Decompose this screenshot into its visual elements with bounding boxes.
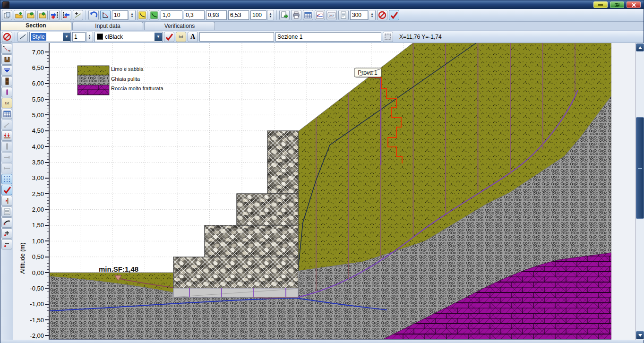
dpi-spin-arrows[interactable]: ▲▼ — [369, 10, 376, 20]
stop-icon[interactable] — [377, 10, 387, 20]
report-list-tool[interactable] — [1, 206, 12, 217]
table-icon[interactable] — [303, 10, 313, 20]
section-canvas[interactable]: Prova 1 min.SF:1,48 Limo e sabbia Ghiaia… — [49, 43, 611, 340]
add-point-tool[interactable] — [1, 228, 12, 239]
y-tick-label: 0,50 — [32, 253, 44, 260]
scale-input[interactable] — [250, 10, 266, 20]
y-tick-label: 5,00 — [32, 111, 44, 119]
annotation-text-input[interactable] — [199, 32, 274, 42]
points-spin-arrows[interactable]: ▲▼ — [129, 10, 136, 20]
tab-section[interactable]: Section — [0, 21, 71, 30]
line-style-icon[interactable] — [17, 32, 28, 42]
legend-swatch-limo — [77, 66, 109, 75]
water-table-tool[interactable] — [1, 65, 12, 76]
stats-chart-icon[interactable] — [315, 10, 325, 20]
dpi-input[interactable] — [350, 10, 368, 20]
application-window: ▲▼ ▲▼ DXF ▲▼ Section Input data Verifica… — [0, 0, 644, 343]
tieback-tool[interactable] — [1, 152, 12, 163]
paste-icon[interactable] — [2, 10, 12, 20]
borehole-tool[interactable] — [1, 87, 12, 97]
grid-snap-tool[interactable] — [1, 174, 12, 184]
export-icon[interactable] — [279, 10, 290, 20]
legend-label-roccia: Roccia molto fratturata — [111, 86, 164, 91]
add-line-icon[interactable] — [73, 10, 83, 20]
reinforcement-tool[interactable] — [1, 163, 12, 173]
width-spin-arrows[interactable]: ▲▼ — [86, 32, 93, 42]
confirm-style-icon[interactable] — [164, 32, 174, 42]
scale-spin-arrows[interactable]: ▲▼ — [267, 10, 274, 20]
y-axis-major-ticks — [45, 51, 49, 336]
width-input[interactable] — [72, 32, 86, 42]
title-bar — [0, 0, 644, 9]
print-icon[interactable] — [291, 10, 301, 20]
y-tick-label: 0,00 — [32, 269, 44, 276]
y-tick-label: 3,50 — [32, 159, 44, 166]
legend-label-limo: Limo e sabbia — [111, 66, 144, 72]
chevron-down-icon[interactable]: ▼ — [63, 33, 70, 41]
test-label-box[interactable]: Prova 1 — [354, 68, 382, 79]
insert-vertex-tool[interactable] — [1, 196, 12, 206]
anchor-tool[interactable] — [1, 120, 12, 130]
minimize-button[interactable] — [593, 1, 608, 8]
status-bar — [0, 340, 644, 343]
y-tick-label: 2,50 — [32, 190, 44, 197]
y-axis-gutter: Altitude (m) 7,006,506,005,505,004,504,0… — [13, 43, 49, 340]
vertical-scrollbar[interactable] — [635, 43, 644, 340]
section-name-input[interactable] — [275, 32, 381, 42]
points-input[interactable] — [112, 10, 128, 20]
y-tick-label: -1,50 — [30, 317, 44, 324]
dxf-export-icon[interactable]: DXF — [326, 10, 337, 20]
slip-surface-tool[interactable] — [1, 43, 12, 54]
report-icon[interactable] — [338, 10, 349, 20]
coef3-input[interactable] — [206, 10, 227, 20]
selection-rect-icon[interactable] — [383, 32, 393, 42]
coef1-input[interactable] — [161, 10, 182, 20]
legend-label-ghiaia: Ghiaia pulita — [111, 76, 140, 82]
open-project-icon[interactable] — [14, 10, 24, 20]
section-drawing: Prova 1 min.SF:1,48 Limo e sabbia Ghiaia… — [50, 43, 611, 339]
chart-mode-icon[interactable] — [100, 10, 111, 20]
dpi-spinner: ▲▼ — [350, 10, 376, 20]
style-selected-value: Style — [31, 33, 46, 41]
scroll-down-button[interactable] — [636, 331, 644, 339]
undo-icon[interactable] — [88, 10, 99, 20]
green-curve-icon[interactable] — [149, 10, 159, 20]
table-tool[interactable] — [1, 109, 12, 119]
close-button[interactable] — [627, 1, 641, 8]
font-button[interactable]: A — [188, 32, 198, 42]
yellow-curve-icon[interactable] — [137, 10, 147, 20]
style-select[interactable]: Style ▼ — [29, 32, 71, 42]
apply-check-icon[interactable] — [389, 10, 399, 20]
gabion-wall-tool[interactable] — [1, 54, 12, 65]
scroll-up-button[interactable] — [636, 43, 644, 51]
delete-vertical-icon[interactable] — [61, 10, 71, 20]
y-tick-label: 1,00 — [32, 238, 44, 245]
text-mode-label: txt — [179, 34, 183, 39]
legend-swatch-ghiaia — [77, 75, 109, 85]
coef4-input[interactable] — [228, 10, 249, 20]
text-tool[interactable]: txt — [1, 98, 12, 108]
stratigraphy-tool[interactable] — [1, 76, 12, 86]
y-tick-label: 5,50 — [32, 96, 44, 103]
chevron-down-icon[interactable]: ▼ — [155, 33, 162, 41]
remove-point-tool[interactable] — [1, 239, 12, 249]
tab-input-data[interactable]: Input data — [72, 22, 143, 30]
load-tool[interactable] — [1, 130, 12, 141]
import-dxf-icon[interactable] — [37, 10, 48, 20]
color-selected-value: clBlack — [105, 34, 123, 40]
insert-vertical-icon[interactable] — [49, 10, 60, 20]
min-sf-label: min.SF:1,48 — [99, 265, 138, 273]
coef2-input[interactable] — [184, 10, 205, 20]
no-draw-icon[interactable] — [2, 32, 12, 42]
color-select[interactable]: clBlack ▼ — [94, 32, 163, 42]
pile-tool[interactable] — [1, 141, 12, 152]
tab-verifications[interactable]: Verifications — [144, 22, 215, 30]
verify-tool[interactable] — [1, 185, 12, 195]
import-section-icon[interactable] — [26, 10, 36, 20]
text-mode-button[interactable]: txt — [176, 32, 186, 42]
legend: Limo e sabbia Ghiaia pulita Roccia molto… — [77, 66, 164, 95]
scrollbar-thumb[interactable] — [636, 117, 644, 219]
maximize-button[interactable] — [610, 1, 624, 8]
freehand-draw-tool[interactable] — [1, 217, 12, 228]
svg-text:Prova 1: Prova 1 — [358, 69, 378, 76]
